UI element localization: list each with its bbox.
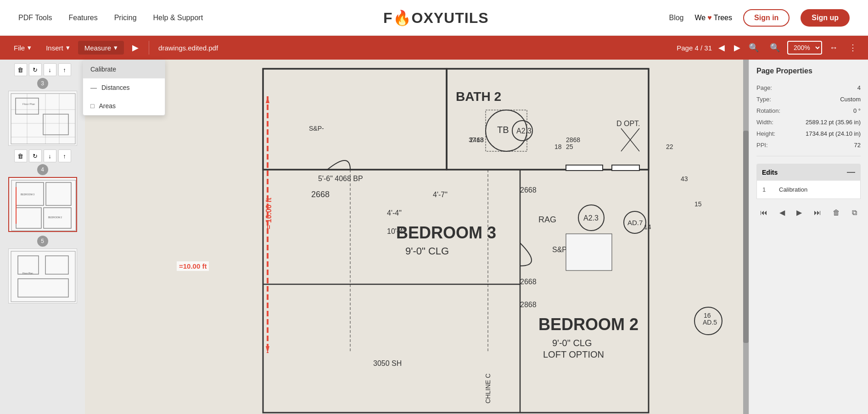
page-thumb-3[interactable]: Floor Plan xyxy=(8,91,77,146)
logo-f: F xyxy=(383,10,393,26)
last-page-button[interactable]: ⏭ xyxy=(812,207,823,219)
thumb-delete-3[interactable]: 🗑 xyxy=(14,63,27,76)
cursor-icon: ▶ xyxy=(132,43,139,53)
svg-text:10'-4": 10'-4" xyxy=(387,227,406,235)
next-page-button[interactable]: ▶ xyxy=(731,42,743,54)
svg-text:D OPT.: D OPT. xyxy=(616,120,640,127)
fit-width-button[interactable]: ↔ xyxy=(826,41,841,55)
prev-edit-button[interactable]: ◀ xyxy=(778,206,787,219)
type-label: Type: xyxy=(756,96,771,103)
page-thumb-4[interactable]: BEDROOM 3 BEDROOM 2 xyxy=(8,177,77,232)
svg-text:14: 14 xyxy=(644,223,651,231)
filename-label: drawings.edited.pdf xyxy=(158,44,669,52)
measure-menu-button[interactable]: Measure xyxy=(78,41,124,55)
thumb-delete-4[interactable]: 🗑 xyxy=(14,149,27,162)
signin-button[interactable]: Sign in xyxy=(743,9,790,27)
nav-left: PDF Tools Features Pricing Help & Suppor… xyxy=(18,14,203,22)
nav-link-blog[interactable]: Blog xyxy=(669,14,683,22)
svg-rect-59 xyxy=(566,234,612,270)
edits-row-1: 1 Calibration xyxy=(756,181,861,199)
thumb-group-4: 🗑 ↻ ↓ ↑ 4 BEDROOM 3 BEDROOM 2 xyxy=(0,149,85,232)
height-value: 1734.84 pt (24.10 in) xyxy=(806,130,861,137)
thumb-up-3[interactable]: ↑ xyxy=(58,63,71,76)
measurement-line-svg xyxy=(174,94,197,355)
nav-link-pdf-tools[interactable]: PDF Tools xyxy=(18,14,52,22)
svg-rect-12 xyxy=(46,182,71,205)
edits-header: Edits — xyxy=(756,164,861,181)
svg-text:2868: 2868 xyxy=(566,136,580,144)
svg-text:A2.3: A2.3 xyxy=(516,127,532,135)
edit-type-1: Calibration xyxy=(779,186,807,193)
file-menu-button[interactable]: File xyxy=(7,41,38,55)
svg-text:15: 15 xyxy=(694,200,702,208)
pdf-scrollbar[interactable] xyxy=(743,60,749,414)
first-page-button[interactable]: ⏮ xyxy=(758,207,769,219)
calibrate-label: Calibrate xyxy=(90,66,116,73)
left-sidebar: 🗑 ↻ ↓ ↑ 3 xyxy=(0,60,85,414)
thumb-group-5: 5 Floor Plan xyxy=(0,236,85,304)
ppi-label: PPI: xyxy=(756,142,768,149)
svg-text:13: 13 xyxy=(476,136,484,144)
more-options-button[interactable]: ⋮ xyxy=(845,41,861,55)
nav-link-features[interactable]: Features xyxy=(69,14,98,22)
thumb-svg-4: BEDROOM 3 BEDROOM 2 xyxy=(9,178,77,232)
svg-text:AD.7: AD.7 xyxy=(627,219,643,226)
dropdown-areas[interactable]: □ Areas xyxy=(83,97,165,115)
nav-link-help-support[interactable]: Help & Support xyxy=(153,14,203,22)
pdf-area[interactable]: BATH 2 TB A2.3 BEDROOM 3 9'-0" CLG xyxy=(85,60,749,414)
insert-label: Insert xyxy=(46,44,63,52)
we-label: We xyxy=(694,14,706,22)
svg-text:CHLINE C: CHLINE C xyxy=(484,374,492,403)
panel-row-type: Type: Custom xyxy=(756,96,861,103)
measurement-overlay xyxy=(174,94,197,357)
measurement-label: =10.00 ft xyxy=(177,261,209,271)
dropdown-distances[interactable]: — Distances xyxy=(83,78,165,97)
svg-text:LOFT OPTION: LOFT OPTION xyxy=(543,349,604,359)
signup-button[interactable]: Sign up xyxy=(801,9,850,27)
thumb-down-4[interactable]: ↓ xyxy=(44,149,56,162)
thumb-controls-4: 🗑 ↻ ↓ ↑ xyxy=(14,149,71,162)
we-trees-link[interactable]: We♥Trees xyxy=(694,14,732,22)
areas-icon: □ xyxy=(90,102,94,110)
thumb-up-4[interactable]: ↑ xyxy=(58,149,71,162)
svg-text:5'-6" 4068 BP: 5'-6" 4068 BP xyxy=(318,175,363,182)
thumb-down-3[interactable]: ↓ xyxy=(44,63,56,76)
measure-dropdown: Calibrate — Distances □ Areas xyxy=(83,60,165,116)
svg-text:2668: 2668 xyxy=(520,278,537,286)
svg-text:A2.3: A2.3 xyxy=(583,214,599,222)
page-thumb-5[interactable]: Floor Plan xyxy=(8,248,77,304)
insert-menu-button[interactable]: Insert xyxy=(39,41,76,55)
cursor-tool-button[interactable]: ▶ xyxy=(126,40,145,55)
dropdown-calibrate[interactable]: Calibrate xyxy=(83,60,165,78)
logo[interactable]: F🔥OXYUTILS xyxy=(383,9,489,27)
delete-edit-button[interactable]: 🗑 xyxy=(831,207,842,219)
edits-collapse-button[interactable]: — xyxy=(847,167,855,177)
svg-rect-25 xyxy=(447,69,649,170)
svg-text:BEDROOM 2: BEDROOM 2 xyxy=(538,315,638,334)
nav-link-pricing[interactable]: Pricing xyxy=(114,14,137,22)
zoom-in-button[interactable]: 🔍 xyxy=(766,41,784,55)
edits-footer: ⏮ ◀ ▶ ⏭ 🗑 ⧉ xyxy=(756,203,861,222)
zoom-out-button[interactable]: 🔍 xyxy=(745,41,762,55)
svg-text:RAG: RAG xyxy=(538,215,556,224)
svg-text:9'-0" CLG: 9'-0" CLG xyxy=(405,245,449,257)
svg-rect-21 xyxy=(18,279,68,297)
thumb-rotate-3[interactable]: ↻ xyxy=(29,63,42,76)
measure-chevron-icon xyxy=(114,44,118,52)
svg-text:16: 16 xyxy=(704,312,711,319)
copy-edit-button[interactable]: ⧉ xyxy=(850,207,859,219)
zoom-select[interactable]: 200% 50% 75% 100% 150% 300% xyxy=(787,41,822,55)
panel-row-rotation: Rotation: 0 ° xyxy=(756,107,861,114)
logo-utils: UTILS xyxy=(444,10,488,26)
svg-text:TB: TB xyxy=(497,125,509,135)
svg-rect-19 xyxy=(18,256,39,274)
svg-text:BEDROOM 2: BEDROOM 2 xyxy=(48,216,62,219)
prev-page-button[interactable]: ◀ xyxy=(716,42,728,54)
ppi-value: 72 xyxy=(854,142,861,149)
thumb-blueprint-5: Floor Plan xyxy=(9,249,77,303)
thumb-rotate-4[interactable]: ↻ xyxy=(29,149,42,162)
svg-text:= 10.00 ft: = 10.00 ft xyxy=(265,197,273,229)
next-edit-button[interactable]: ▶ xyxy=(795,206,804,219)
thumb-svg-5: Floor Plan xyxy=(9,249,77,304)
toolbar-right: 🔍 🔍 200% 50% 75% 100% 150% 300% ↔ ⋮ xyxy=(745,41,861,55)
